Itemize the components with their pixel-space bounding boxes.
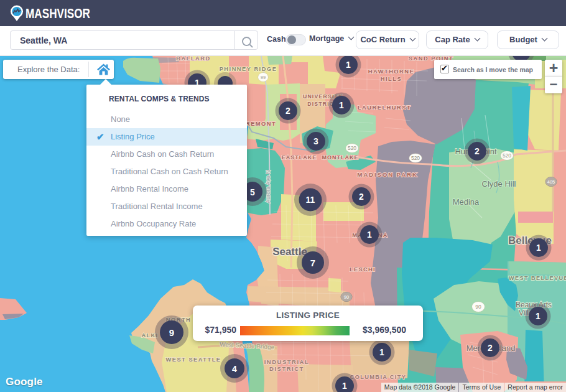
svg-text:DISTRICT: DISTRICT [269, 365, 304, 372]
svg-text:90: 90 [344, 294, 349, 300]
svg-text:3: 3 [313, 136, 318, 146]
svg-text:2: 2 [359, 192, 364, 202]
svg-text:1: 1 [339, 100, 344, 110]
svg-text:1: 1 [379, 347, 384, 357]
svg-text:11: 11 [306, 195, 315, 205]
svg-text:5: 5 [250, 187, 255, 197]
svg-text:EASTLAKE: EASTLAKE [282, 154, 317, 161]
svg-text:90: 90 [475, 304, 481, 310]
svg-text:WEST SEATTLE: WEST SEATTLE [165, 357, 221, 363]
svg-text:WEST BELLEVUE: WEST BELLEVUE [509, 275, 566, 281]
svg-text:1: 1 [536, 243, 541, 253]
svg-text:2: 2 [475, 146, 480, 156]
svg-text:BALLARD: BALLARD [176, 56, 210, 62]
svg-text:1: 1 [346, 60, 351, 70]
svg-text:520: 520 [411, 155, 420, 161]
svg-text:99: 99 [261, 75, 266, 80]
svg-text:HAWTHORNE: HAWTHORNE [368, 68, 414, 75]
svg-text:9: 9 [169, 327, 174, 338]
svg-text:520: 520 [503, 152, 511, 159]
svg-text:MONTLAKE: MONTLAKE [322, 154, 359, 161]
svg-text:1: 1 [342, 381, 347, 391]
svg-text:Medina: Medina [453, 197, 480, 207]
svg-text:2: 2 [488, 343, 493, 353]
svg-text:LESCHI: LESCHI [350, 266, 376, 273]
svg-text:COLUMBIA CITY: COLUMBIA CITY [350, 374, 406, 380]
svg-text:LAURELHURST: LAURELHURST [358, 105, 411, 111]
svg-text:405: 405 [547, 179, 555, 185]
svg-text:MADISON PARK: MADISON PARK [357, 171, 418, 178]
svg-text:PHINNEY RIDGE: PHINNEY RIDGE [220, 66, 277, 72]
svg-text:2: 2 [285, 106, 290, 116]
svg-text:520: 520 [348, 145, 356, 151]
svg-text:INDUSTRIAL: INDUSTRIAL [264, 358, 310, 365]
svg-text:1: 1 [536, 311, 540, 321]
svg-text:4: 4 [232, 364, 237, 374]
svg-text:Clyde Hill: Clyde Hill [482, 179, 516, 189]
svg-text:1: 1 [367, 230, 372, 240]
svg-text:HILLS: HILLS [381, 76, 402, 82]
svg-text:7: 7 [310, 258, 315, 268]
